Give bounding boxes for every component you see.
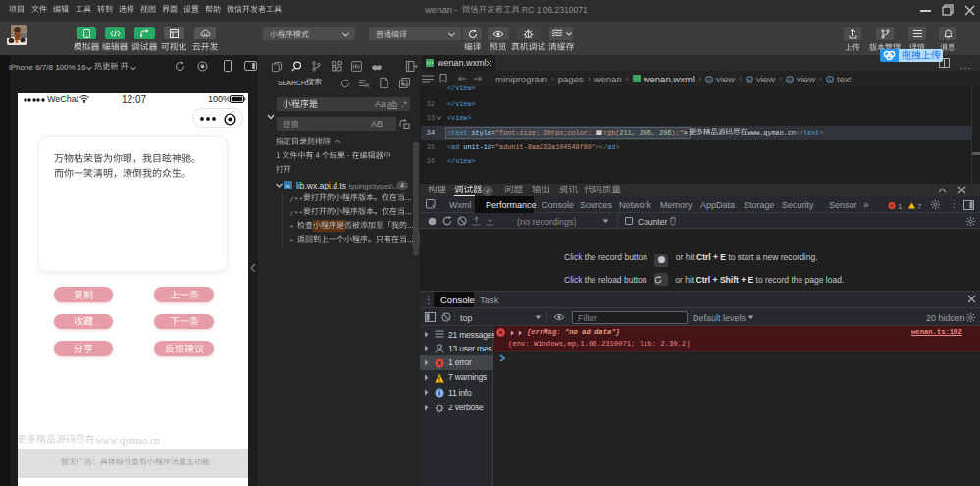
svg-text:1: 1 xyxy=(898,202,903,211)
svg-text:7: 7 xyxy=(917,202,922,211)
